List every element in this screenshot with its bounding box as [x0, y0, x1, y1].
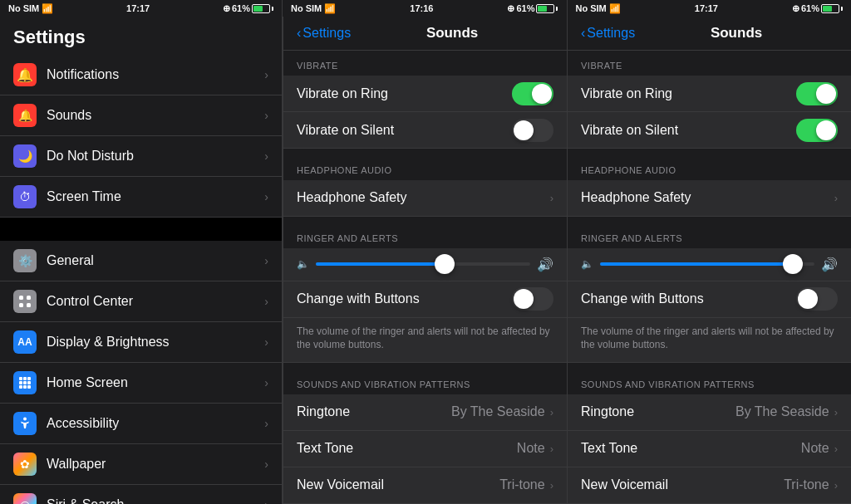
vibrate-on-silent-row-1[interactable]: Vibrate on Silent: [283, 112, 567, 149]
ringtone-row-1[interactable]: Ringtone By The Seaside ›: [283, 394, 567, 431]
right-battery: ⊕ 61%: [792, 3, 843, 14]
status-bar-left: No SIM 📶 17:17 ⊕ 61%: [0, 0, 283, 17]
vibrate-on-ring-toggle-2[interactable]: [796, 82, 838, 105]
speaker-quiet-icon-1: 🔈: [297, 258, 309, 270]
gap-2c: [568, 363, 851, 369]
back-button-1[interactable]: ‹ Settings: [297, 26, 351, 41]
ringer-slider-row-2[interactable]: 🔈 🔊: [568, 248, 851, 281]
notifications-label: Notifications: [47, 67, 264, 82]
sidebar-item-controlcenter[interactable]: Control Center ›: [0, 281, 282, 322]
newvoicemail-row-2[interactable]: New Voicemail Tri-tone ›: [568, 467, 851, 504]
sounds-panel-1: ‹ Settings Sounds VIBRATE Vibrate on Rin…: [283, 17, 567, 504]
ringer-slider-track-1[interactable]: [316, 262, 530, 266]
vibrate-on-silent-toggle-2[interactable]: [796, 119, 838, 142]
sidebar-item-notifications[interactable]: 🔔 Notifications ›: [0, 55, 282, 95]
back-label-2: Settings: [587, 26, 635, 41]
change-with-buttons-toggle-1[interactable]: [512, 287, 553, 311]
ringtone-row-2[interactable]: Ringtone By The Seaside ›: [568, 394, 851, 431]
headphone-safety-row-2[interactable]: Headphone Safety ›: [568, 180, 851, 217]
svg-rect-5: [23, 377, 27, 380]
ringer-slider-thumb-1[interactable]: [435, 254, 455, 274]
svg-rect-2: [19, 303, 23, 307]
newvoicemail-value-2: Tri-tone: [784, 477, 829, 492]
right-wifi-icon: 📶: [609, 3, 621, 14]
right-time: 17:17: [695, 3, 718, 13]
right-battery-pct: 61%: [801, 3, 819, 13]
texttone-row-2[interactable]: Text Tone Note ›: [568, 431, 851, 467]
back-chevron-1: ‹: [297, 26, 301, 41]
section-divider-1: [0, 218, 282, 241]
svg-rect-8: [23, 381, 27, 384]
vibrate-on-silent-row-2[interactable]: Vibrate on Silent: [568, 112, 851, 149]
change-with-buttons-row-2[interactable]: Change with Buttons: [568, 281, 851, 318]
change-with-buttons-row-1[interactable]: Change with Buttons: [283, 281, 567, 318]
ringer-slider-fill-2: [600, 262, 793, 266]
vibrate-on-silent-toggle-1[interactable]: [512, 119, 553, 142]
vibrate-on-ring-row-1[interactable]: Vibrate on Ring: [283, 76, 567, 112]
left-battery: ⊕ 61%: [223, 3, 273, 14]
gap-1a: [283, 149, 567, 155]
ringtone-value-1: By The Seaside: [451, 404, 545, 419]
ringtone-label-1: Ringtone: [297, 404, 451, 419]
notifications-chevron: ›: [264, 68, 268, 81]
svg-point-13: [23, 418, 27, 421]
back-button-2[interactable]: ‹ Settings: [581, 26, 635, 41]
sidebar-item-donotdisturb[interactable]: 🌙 Do Not Disturb ›: [0, 136, 282, 177]
sounds-panel-2: ‹ Settings Sounds VIBRATE Vibrate on Rin…: [567, 17, 851, 504]
ringer-slider-track-2[interactable]: [600, 262, 814, 266]
mid-carrier-info: No SIM 📶: [291, 3, 336, 14]
sidebar-item-accessibility[interactable]: Accessibility ›: [0, 404, 282, 444]
general-label: General: [47, 253, 264, 268]
headphone-safety-chevron-1: ›: [550, 192, 553, 204]
displaybrightness-chevron: ›: [264, 335, 268, 349]
vibrate-on-ring-toggle-1[interactable]: [512, 82, 553, 105]
newvoicemail-row-1[interactable]: New Voicemail Tri-tone ›: [283, 467, 567, 504]
sidebar-item-screentime[interactable]: ⏱ Screen Time ›: [0, 177, 282, 218]
settings-title: Settings: [0, 17, 282, 55]
headphone-audio-header-2: HEADPHONE AUDIO: [568, 155, 851, 180]
wifi-icon: 📶: [42, 3, 53, 14]
sounds-vibration-header-2: SOUNDS AND VIBRATION PATTERNS: [568, 369, 851, 394]
general-icon: ⚙️: [13, 249, 37, 272]
sidebar-item-wallpaper[interactable]: ✿ Wallpaper ›: [0, 444, 282, 485]
sidebar-item-sounds[interactable]: 🔔 Sounds ›: [0, 95, 282, 136]
change-with-buttons-toggle-2[interactable]: [796, 287, 838, 311]
sounds-label: Sounds: [47, 108, 264, 123]
vibrate-on-ring-row-2[interactable]: Vibrate on Ring: [568, 76, 851, 112]
newvoicemail-chevron-1: ›: [550, 479, 553, 492]
panel-title-2: Sounds: [635, 25, 838, 42]
texttone-row-1[interactable]: Text Tone Note ›: [283, 431, 567, 467]
sirisearch-icon: ◎: [13, 493, 37, 504]
headphone-safety-label-2: Headphone Safety: [581, 190, 834, 205]
sidebar-item-sirisearch[interactable]: ◎ Siri & Search ›: [0, 485, 282, 504]
wallpaper-label: Wallpaper: [47, 457, 264, 472]
sidebar-item-homescreen[interactable]: Home Screen ›: [0, 363, 282, 404]
screentime-chevron: ›: [264, 190, 268, 203]
mid-battery-icon: [536, 4, 554, 13]
svg-rect-10: [19, 385, 22, 389]
vibrate-on-silent-label-2: Vibrate on Silent: [581, 123, 796, 138]
sidebar-item-general[interactable]: ⚙️ General ›: [0, 241, 282, 281]
donotdisturb-label: Do Not Disturb: [47, 149, 264, 164]
headphone-audio-header-1: HEADPHONE AUDIO: [283, 155, 567, 180]
left-carrier: No SIM: [8, 3, 39, 13]
right-battery-tip: [841, 7, 843, 11]
ringer-note-2: The volume of the ringer and alerts will…: [568, 318, 851, 364]
mid-location-icon: ⊕: [507, 3, 514, 14]
toggle-knob: [514, 120, 534, 140]
sidebar-item-displaybrightness[interactable]: AA Display & Brightness ›: [0, 322, 282, 363]
svg-rect-7: [19, 381, 22, 384]
headphone-safety-label-1: Headphone Safety: [297, 190, 550, 205]
battery-tip: [272, 7, 273, 11]
ringtone-label-2: Ringtone: [581, 404, 735, 419]
ringer-slider-row-1[interactable]: 🔈 🔊: [283, 248, 567, 281]
ringer-alerts-header-2: RINGER AND ALERTS: [568, 223, 851, 248]
svg-rect-6: [27, 377, 31, 380]
newvoicemail-value-1: Tri-tone: [499, 477, 545, 492]
panel-title-1: Sounds: [351, 25, 553, 42]
controlcenter-label: Control Center: [47, 294, 264, 309]
battery-icon: [252, 4, 270, 13]
headphone-safety-row-1[interactable]: Headphone Safety ›: [283, 180, 567, 217]
ringer-slider-thumb-2[interactable]: [783, 254, 803, 274]
mid-battery-pct: 61%: [516, 3, 534, 13]
